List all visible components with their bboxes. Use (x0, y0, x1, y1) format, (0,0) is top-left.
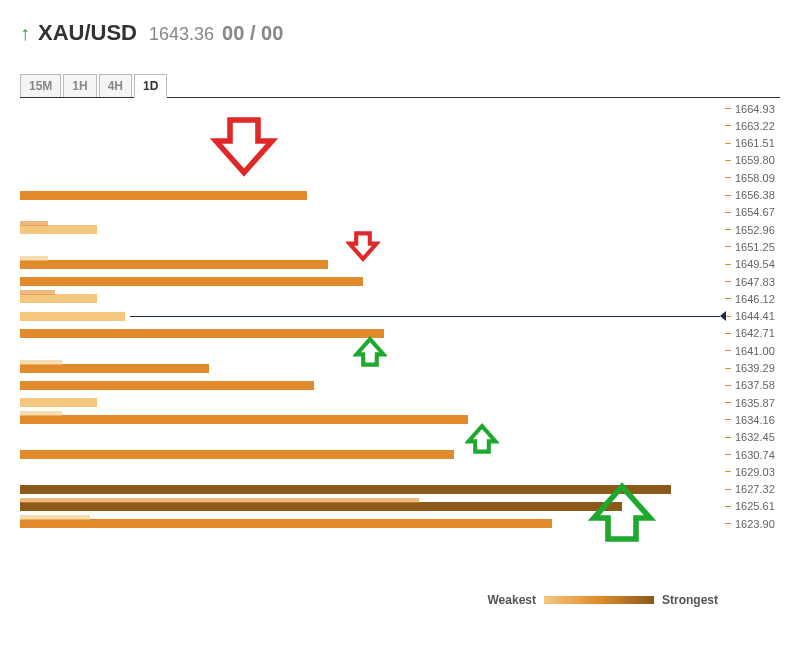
price-tick: 1635.87 (725, 394, 780, 411)
strength-bar (20, 329, 384, 338)
price-tick-label: 1635.87 (735, 397, 780, 409)
strength-bar (20, 312, 125, 321)
price-row: 1646.12 (20, 290, 780, 307)
strength-bar (20, 225, 97, 234)
price-row: 1635.87 (20, 394, 780, 411)
up-arrow-icon (353, 334, 387, 372)
price-tick: 1663.22 (725, 117, 780, 134)
strength-bar (20, 502, 622, 511)
price-tick-label: 1642.71 (735, 327, 780, 339)
price-tick-label: 1663.22 (735, 120, 780, 132)
price-tick: 1652.96 (725, 221, 780, 238)
price-row: 1642.71 (20, 325, 780, 342)
price-row: 1627.32 (20, 481, 780, 498)
price-tick: 1634.16 (725, 411, 780, 428)
price-tick-label: 1651.25 (735, 241, 780, 253)
price-row: 1654.67 (20, 204, 780, 221)
price-row: 1652.96 (20, 221, 780, 238)
price-tick: 1629.03 (725, 463, 780, 480)
confluence-ratio: 00 / 00 (222, 22, 283, 45)
price-row: 1630.74 (20, 446, 780, 463)
price-tick-label: 1654.67 (735, 206, 780, 218)
price-row: 1661.51 (20, 135, 780, 152)
strength-bar (20, 381, 314, 390)
price-tick-label: 1664.93 (735, 103, 780, 115)
price-tick-label: 1630.74 (735, 449, 780, 461)
down-arrow-icon (209, 113, 279, 187)
price-tick: 1651.25 (725, 238, 780, 255)
tab-15m[interactable]: 15M (20, 74, 61, 98)
price-tick-label: 1627.32 (735, 483, 780, 495)
price-row: 1651.25 (20, 238, 780, 255)
instrument-pair: XAU/USD (38, 20, 137, 46)
price-tick: 1654.67 (725, 204, 780, 221)
price-tick-label: 1641.00 (735, 345, 780, 357)
strength-bar (20, 294, 97, 303)
price-row: 1632.45 (20, 429, 780, 446)
price-tick-label: 1629.03 (735, 466, 780, 478)
price-tick: 1664.93 (725, 100, 780, 117)
price-tick: 1656.38 (725, 187, 780, 204)
timeframe-tabs: 15M1H4H1D (20, 74, 789, 98)
direction-up-icon: ↑ (20, 22, 30, 45)
price-tick: 1659.80 (725, 152, 780, 169)
price-tick: 1661.51 (725, 135, 780, 152)
confluence-chart: Weakest Strongest 1664.931663.221661.511… (20, 97, 780, 607)
strength-bar (20, 191, 307, 200)
legend-gradient (544, 596, 654, 604)
strength-bar (20, 485, 671, 494)
price-tick-label: 1647.83 (735, 276, 780, 288)
price-tick: 1658.09 (725, 169, 780, 186)
strength-bar (20, 415, 468, 424)
price-tick: 1625.61 (725, 498, 780, 515)
strength-bar-secondary (20, 221, 48, 226)
price-tick: 1639.29 (725, 360, 780, 377)
price-tick-label: 1639.29 (735, 362, 780, 374)
price-row: 1658.09 (20, 169, 780, 186)
strength-bar-secondary (20, 515, 90, 520)
price-tick-label: 1634.16 (735, 414, 780, 426)
price-tick: 1649.54 (725, 256, 780, 273)
up-arrow-icon (465, 421, 499, 459)
strength-bar-secondary (20, 256, 48, 261)
current-price-caret-icon (720, 311, 726, 321)
tab-4h[interactable]: 4H (99, 74, 132, 98)
price-row: 1641.00 (20, 342, 780, 359)
price-tick: 1644.41 (725, 308, 780, 325)
tab-1d[interactable]: 1D (134, 74, 167, 98)
price-tick-label: 1659.80 (735, 154, 780, 166)
strength-bar (20, 364, 209, 373)
price-tick-label: 1661.51 (735, 137, 780, 149)
price-row: 1625.61 (20, 498, 780, 515)
price-tick: 1627.32 (725, 481, 780, 498)
price-tick-label: 1637.58 (735, 379, 780, 391)
price-row: 1656.38 (20, 187, 780, 204)
legend-strongest-label: Strongest (662, 593, 718, 607)
price-row: 1637.58 (20, 377, 780, 394)
strength-bar-secondary (20, 411, 62, 416)
price-tick-label: 1658.09 (735, 172, 780, 184)
price-tick: 1632.45 (725, 429, 780, 446)
price-tick-label: 1644.41 (735, 310, 780, 322)
price-row: 1659.80 (20, 152, 780, 169)
up-arrow-icon (587, 476, 657, 550)
price-row: 1634.16 (20, 411, 780, 428)
price-tick-label: 1649.54 (735, 258, 780, 270)
price-tick-label: 1652.96 (735, 224, 780, 236)
current-price-line (130, 316, 720, 317)
strength-bar (20, 450, 454, 459)
price-tick: 1630.74 (725, 446, 780, 463)
price-row: 1649.54 (20, 256, 780, 273)
strength-bar-secondary (20, 290, 55, 295)
legend-weakest-label: Weakest (488, 593, 536, 607)
down-arrow-icon (346, 230, 380, 268)
price-tick: 1623.90 (725, 515, 780, 532)
strength-bar (20, 277, 363, 286)
price-row: 1623.90 (20, 515, 780, 532)
chart-header: ↑ XAU/USD 1643.36 00 / 00 (20, 20, 789, 46)
price-tick: 1647.83 (725, 273, 780, 290)
last-price: 1643.36 (149, 24, 214, 45)
tab-1h[interactable]: 1H (63, 74, 96, 98)
price-tick: 1637.58 (725, 377, 780, 394)
price-row: 1639.29 (20, 360, 780, 377)
